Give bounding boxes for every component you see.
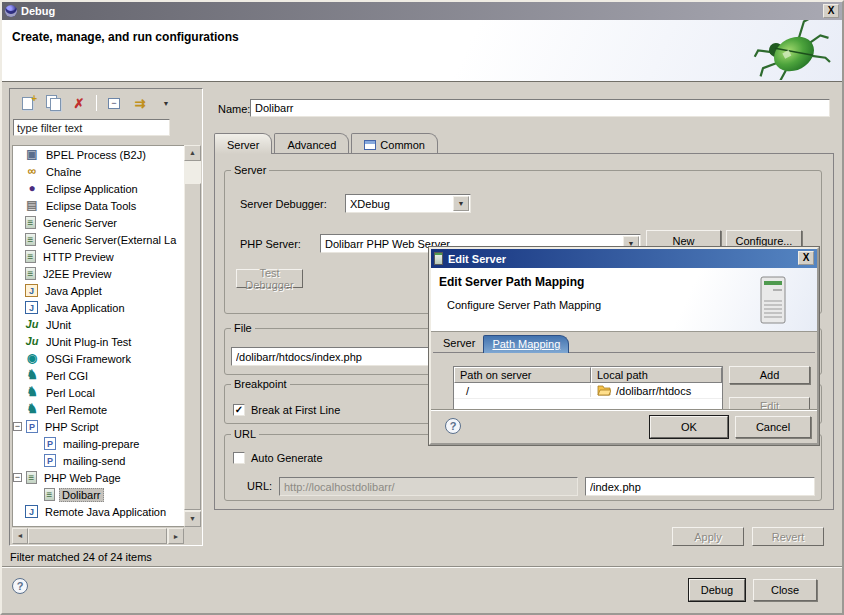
dialog-close-icon[interactable]: X (798, 251, 814, 265)
tree-horizontal-scrollbar[interactable]: ◄ ► (12, 528, 184, 544)
debug-button[interactable]: Debug (689, 579, 745, 601)
tree-item[interactable]: ▣BPEL Process (B2J) (13, 146, 184, 163)
php-icon: P (44, 437, 56, 450)
tree-item[interactable]: ≡HTTP Preview (13, 248, 184, 265)
php-server-label: PHP Server: (240, 238, 301, 250)
server-path-cell: / (454, 385, 591, 397)
tree-vertical-scrollbar[interactable]: ▲ ▼ (184, 145, 201, 527)
scroll-up-icon[interactable]: ▲ (184, 145, 201, 161)
new-configuration-button[interactable]: + (16, 93, 38, 113)
tree-item[interactable]: ≡J2EE Preview (13, 265, 184, 282)
breakpoint-group-legend: Breakpoint (231, 378, 290, 390)
close-button[interactable]: Close (753, 579, 817, 601)
toolbar-menu-button[interactable]: ▼ (155, 93, 177, 113)
tab-server[interactable]: Server (214, 133, 272, 154)
dialog-title-bar[interactable]: Edit Server X (431, 249, 817, 268)
tab-advanced[interactable]: Advanced (274, 133, 349, 154)
tree-item[interactable]: ▤Eclipse Data Tools (13, 197, 184, 214)
window-title: Debug (21, 5, 823, 17)
tree-item-label: Remote Java Application (42, 505, 169, 519)
tab-common[interactable]: Common (351, 133, 438, 154)
tree-item[interactable]: JuJUnit (13, 316, 184, 333)
auto-generate-checkbox[interactable]: Auto Generate (233, 452, 323, 464)
server-icon: ≡ (25, 216, 36, 229)
checkbox-unchecked-icon[interactable] (233, 452, 245, 464)
collapse-expander-icon[interactable]: − (13, 422, 22, 431)
tree-item[interactable]: ∞Chaîne (13, 163, 184, 180)
tree-item-label: BPEL Process (B2J) (43, 148, 149, 162)
column-header[interactable]: Local path (591, 367, 722, 383)
filter-launch-button[interactable]: ⇉ (129, 93, 151, 113)
tree-item[interactable]: JuJUnit Plug-in Test (13, 333, 184, 350)
scroll-left-icon[interactable]: ◄ (12, 528, 28, 544)
duplicate-configuration-button[interactable] (42, 93, 64, 113)
tree-item[interactable]: ♞Perl Remote (13, 401, 184, 418)
folder-icon (597, 385, 611, 396)
tree-item-label: JUnit Plug-in Test (43, 335, 134, 349)
test-debugger-button[interactable]: Test Debugger (236, 269, 303, 288)
apply-button[interactable]: Apply (672, 527, 744, 546)
revert-button[interactable]: Revert (752, 527, 824, 546)
path-mapping-content: Path on server Local path //dolibarr/htd… (433, 352, 815, 412)
tree-item[interactable]: Pmailing-send (13, 452, 184, 469)
tree-item[interactable]: −PPHP Script (13, 418, 184, 435)
scrollbar-thumb[interactable] (28, 528, 167, 544)
eclipse-icon: ● (25, 182, 39, 195)
dialog-heading: Edit Server Path Mapping (439, 275, 584, 289)
tree-item[interactable]: ◉OSGi Framework (13, 350, 184, 367)
database-icon: ▤ (25, 199, 39, 212)
collapse-all-button[interactable]: − (103, 93, 125, 113)
tree-item[interactable]: JJava Application (13, 299, 184, 316)
junit-icon: Ju (25, 318, 39, 331)
tree-item[interactable]: ≡Generic Server(External La (13, 231, 184, 248)
local-path-text: /dolibarr/htdocs (616, 385, 691, 397)
dialog-button-bar: ? OK Cancel (431, 409, 817, 443)
tree-item[interactable]: JRemote Java Application (13, 503, 184, 520)
local-path-cell: /dolibarr/htdocs (591, 385, 722, 397)
checkbox-checked-icon[interactable]: ✓ (233, 404, 245, 416)
tab-server-settings[interactable]: Server (435, 335, 483, 353)
server-icon: ≡ (44, 488, 55, 501)
banner: Create, manage, and run configurations (2, 20, 842, 82)
help-icon[interactable]: ? (12, 578, 28, 594)
scroll-down-icon[interactable]: ▼ (184, 511, 201, 527)
tree-item[interactable]: ≡Dolibarr (13, 486, 184, 503)
tree-item-label: PHP Script (42, 420, 102, 434)
table-row[interactable]: //dolibarr/htdocs (454, 383, 722, 399)
break-first-line-checkbox[interactable]: ✓ Break at First Line (233, 404, 340, 416)
toolbar-separator (96, 95, 97, 111)
scrollbar-thumb[interactable] (184, 183, 201, 510)
new-plus-icon: + (31, 93, 37, 104)
dialog-header: Edit Server Path Mapping Configure Serve… (431, 268, 817, 332)
tree-item-label: OSGi Framework (43, 352, 134, 366)
window-close-icon[interactable]: X (823, 4, 839, 18)
server-icon: ≡ (26, 471, 37, 484)
help-icon[interactable]: ? (445, 418, 461, 434)
add-mapping-button[interactable]: Add (729, 366, 810, 384)
tree-item[interactable]: ●Eclipse Application (13, 180, 184, 197)
tree-item[interactable]: JJava Applet (13, 282, 184, 299)
copy-page-icon (50, 98, 61, 111)
title-bar[interactable]: Debug X (2, 2, 842, 20)
php-icon: P (26, 420, 38, 433)
ok-button[interactable]: OK (650, 416, 728, 438)
tree-item[interactable]: ♞Perl CGI (13, 367, 184, 384)
column-header[interactable]: Path on server (454, 367, 591, 383)
chevron-down-icon[interactable]: ▼ (453, 196, 469, 211)
tree-item[interactable]: −≡PHP Web Page (13, 469, 184, 486)
delete-configuration-button[interactable]: ✗ (68, 93, 90, 113)
tree-item[interactable]: Pmailing-prepare (13, 435, 184, 452)
collapse-expander-icon[interactable]: − (13, 473, 22, 482)
url-path-input[interactable] (585, 477, 815, 496)
path-mapping-table[interactable]: Path on server Local path //dolibarr/htd… (453, 366, 723, 412)
server-debugger-select[interactable]: XDebug ▼ (345, 194, 471, 213)
perl-icon: ♞ (25, 403, 39, 416)
tree-item[interactable]: ♞Perl Local (13, 384, 184, 401)
tree-item[interactable]: ≡Generic Server (13, 214, 184, 231)
tab-path-mapping[interactable]: Path Mapping (483, 335, 569, 353)
dialog-subheading: Configure Server Path Mapping (447, 299, 601, 311)
name-input[interactable] (250, 99, 830, 117)
cancel-button[interactable]: Cancel (735, 416, 811, 438)
filter-input[interactable] (13, 119, 170, 136)
scroll-right-icon[interactable]: ► (168, 528, 184, 544)
